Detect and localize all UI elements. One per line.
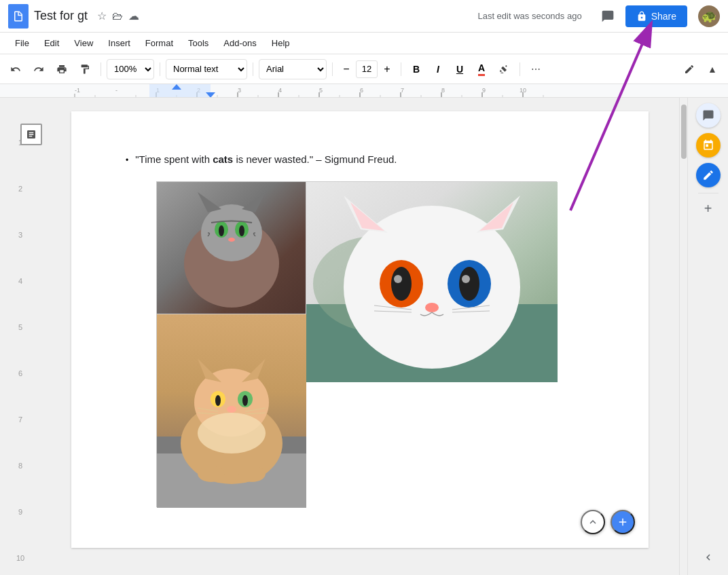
toolbar: 100% 75% 150% Normal text Heading 1 Head… [0,54,728,84]
font-size-area: − + [338,60,395,78]
bullet-item: • "Time spent with cats is never wasted.… [126,152,594,168]
cat-images-collage [156,181,564,507]
quote-text: "Time spent with cats is never wasted." … [135,152,397,168]
share-button[interactable]: Share [625,5,687,27]
divider-3 [253,62,253,76]
add-sidebar-button[interactable]: + [699,199,718,218]
comment-button[interactable] [596,4,620,29]
navigate-button[interactable] [581,510,605,534]
menu-tools[interactable]: Tools [181,35,215,51]
menu-help[interactable]: Help [265,35,297,51]
svg-point-63 [462,275,470,283]
divider-4 [332,62,333,76]
underline-button[interactable]: U [450,60,469,79]
title-icons: ☆ 🗁 ☁ [97,10,139,22]
calendar-icon[interactable] [696,133,721,157]
svg-point-78 [215,395,221,406]
font-size-increase[interactable]: + [379,61,395,77]
svg-point-49 [228,238,235,242]
bold-cats: cats [213,153,233,165]
last-edit-text: Last edit was seconds ago [477,11,581,21]
svg-text:-1: -1 [75,87,80,94]
ruler: // Will generate inline -1 - 1 2 3 4 5 6… [0,84,728,98]
svg-text:7: 7 [401,87,404,94]
svg-point-81 [198,413,266,453]
collapse-button[interactable]: ▲ [702,59,723,79]
doc-area[interactable]: • "Time spent with cats is never wasted.… [41,98,679,575]
more-button[interactable]: ⋯ [526,59,546,79]
menu-view[interactable]: View [67,35,100,51]
svg-text:8: 8 [441,87,445,94]
font-size-input[interactable] [356,60,378,78]
zoom-select[interactable]: 100% 75% 150% [107,59,154,79]
redo-button[interactable] [29,59,49,79]
highlight-button[interactable] [494,59,514,79]
svg-point-79 [242,395,248,406]
share-label: Share [651,11,676,22]
pen-button[interactable] [679,59,699,79]
text-color-button[interactable]: A [472,60,491,79]
font-size-decrease[interactable]: − [338,61,354,77]
svg-point-60 [394,275,402,283]
sidebar-divider [698,193,718,193]
svg-point-64 [425,303,439,312]
document-page: • "Time spent with cats is never wasted.… [71,111,649,548]
menu-edit[interactable]: Edit [37,35,66,51]
print-button[interactable] [52,59,72,79]
page-thumbnail[interactable] [20,124,42,145]
divider-2 [160,62,160,76]
svg-rect-36 [149,84,211,98]
svg-text:-: - [115,87,117,94]
italic-button[interactable]: I [429,60,448,79]
folder-icon[interactable]: 🗁 [112,10,123,22]
menu-format[interactable]: Format [139,35,180,51]
doc-icon [8,4,29,29]
title-bar: Test for gt ☆ 🗁 ☁ Last edit was seconds … [0,0,728,33]
svg-point-48 [239,225,244,236]
divider-1 [101,62,101,76]
scrollbar[interactable] [679,98,687,575]
menu-insert[interactable]: Insert [101,35,137,51]
cat-white-image [306,181,557,382]
divider-6 [520,62,520,76]
svg-point-42 [201,204,262,261]
svg-text:4: 4 [278,87,282,94]
svg-point-83 [238,466,266,482]
doc-title: Test for gt [34,9,88,23]
svg-point-59 [391,267,412,301]
main-area: 1 2 3 4 5 6 7 8 9 10 11 12 13 • "Time sp… [0,98,728,575]
bullet-symbol: • [126,154,128,166]
font-select[interactable]: Arial Times New Roman Courier New [259,59,327,79]
cloud-icon[interactable]: ☁ [128,10,139,22]
divider-5 [401,62,401,76]
left-sidebar: 1 2 3 4 5 6 7 8 9 10 11 12 13 [0,98,41,575]
svg-text:9: 9 [482,87,486,94]
right-sidebar: + [687,98,728,575]
svg-text:5: 5 [319,87,323,94]
svg-text:3: 3 [238,87,241,94]
line-numbers: 1 2 3 4 5 6 7 8 9 10 11 12 13 [16,138,24,575]
menu-addons[interactable]: Add-ons [217,35,263,51]
svg-point-82 [198,466,225,482]
add-content-button[interactable] [611,510,635,534]
svg-point-47 [219,225,224,236]
style-select[interactable]: Normal text Heading 1 Heading 2 [166,59,247,79]
cat-orange-image [156,314,306,507]
bold-button[interactable]: B [407,60,426,79]
avatar[interactable]: 🐢 [698,5,720,27]
expand-button[interactable] [696,545,721,570]
chat-icon[interactable] [696,103,721,128]
edit-icon[interactable] [696,163,721,187]
menu-file[interactable]: File [8,35,36,51]
star-icon[interactable]: ☆ [97,10,107,22]
cat-tabby-image [156,181,306,317]
menu-bar: File Edit View Insert Format Tools Add-o… [0,33,728,54]
undo-button[interactable] [5,59,26,79]
svg-text:6: 6 [360,87,363,94]
svg-point-80 [227,406,236,413]
scroll-thumb[interactable] [681,105,687,159]
paint-format-button[interactable] [75,59,95,79]
svg-point-62 [459,267,479,301]
